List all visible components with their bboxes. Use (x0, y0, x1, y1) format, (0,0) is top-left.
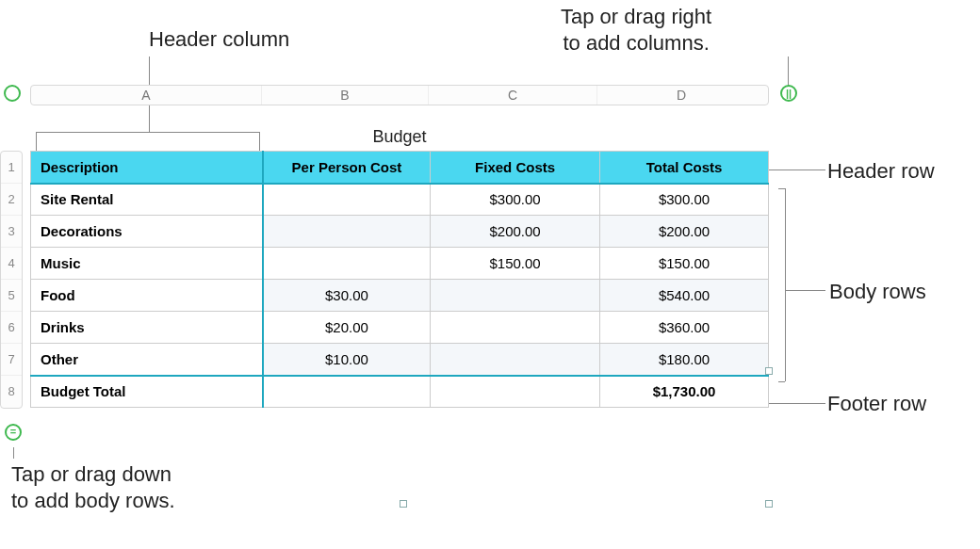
table-footer-row[interactable]: Budget Total $1,730.00 (31, 376, 769, 408)
table-row[interactable]: Drinks $20.00 $360.00 (31, 312, 769, 344)
callout-line (769, 403, 825, 404)
row-header-6[interactable]: 6 (1, 312, 22, 344)
row-header-7[interactable]: 7 (1, 344, 22, 376)
footer-cell-ppc[interactable] (263, 376, 431, 408)
callout-line (769, 170, 825, 170)
callout-line (785, 188, 786, 381)
row-header-3[interactable]: 3 (1, 216, 22, 248)
selection-handle-icon[interactable] (400, 500, 407, 508)
cell-ppc[interactable] (263, 184, 431, 216)
cell-ppc[interactable]: $20.00 (263, 312, 431, 344)
cell-ppc[interactable] (263, 216, 431, 248)
row-header-5[interactable]: 5 (1, 280, 22, 312)
cell-description[interactable]: Other (31, 344, 263, 376)
cell-total[interactable]: $360.00 (600, 312, 769, 344)
cell-fixed[interactable] (431, 312, 600, 344)
add-rows-handle[interactable]: = (5, 424, 22, 441)
row-header-1[interactable]: 1 (1, 152, 22, 184)
cell-total[interactable]: $180.00 (600, 344, 769, 376)
table-row[interactable]: Site Rental $300.00 $300.00 (31, 184, 769, 216)
add-columns-handle[interactable]: || (780, 85, 797, 102)
cell-fixed[interactable]: $300.00 (431, 184, 600, 216)
selection-handle-icon[interactable] (765, 367, 773, 375)
callout-line (786, 290, 825, 291)
table-body[interactable]: Site Rental $300.00 $300.00 Decorations … (31, 184, 769, 376)
callout-header-column: Header column (149, 26, 289, 53)
cell-ppc[interactable] (263, 248, 431, 280)
callout-line (778, 381, 785, 382)
row-header-4[interactable]: 4 (1, 248, 22, 280)
cell-total[interactable]: $150.00 (600, 248, 769, 280)
callout-add-columns: Tap or drag rightto add columns. (561, 4, 711, 56)
cell-description[interactable]: Site Rental (31, 184, 263, 216)
cell-description[interactable]: Drinks (31, 312, 263, 344)
column-header-bar[interactable]: A B C D (30, 85, 769, 105)
table-row[interactable]: Music $150.00 $150.00 (31, 248, 769, 280)
footer-cell-description[interactable]: Budget Total (31, 376, 263, 408)
row-header-bar[interactable]: 1 2 3 4 5 6 7 8 (0, 151, 23, 409)
table-select-handle-icon[interactable] (4, 85, 21, 102)
callout-body-rows: Body rows (829, 279, 926, 305)
callout-footer-row: Footer row (827, 391, 926, 417)
callout-line (778, 188, 785, 189)
column-header-D[interactable]: D (597, 86, 765, 105)
cell-fixed[interactable]: $150.00 (431, 248, 600, 280)
table-title[interactable]: Budget (30, 127, 769, 147)
cell-total[interactable]: $540.00 (600, 280, 769, 312)
table-row[interactable]: Decorations $200.00 $200.00 (31, 216, 769, 248)
callout-header-row: Header row (827, 158, 935, 185)
header-cell-description[interactable]: Description (31, 152, 263, 184)
cell-description[interactable]: Music (31, 248, 263, 280)
cell-description[interactable]: Food (31, 280, 263, 312)
cell-fixed[interactable] (431, 280, 600, 312)
footer-cell-total[interactable]: $1,730.00 (600, 376, 769, 408)
header-cell-total-costs[interactable]: Total Costs (600, 152, 769, 184)
table-row[interactable]: Food $30.00 $540.00 (31, 280, 769, 312)
cell-total[interactable]: $300.00 (600, 184, 769, 216)
footer-cell-fixed[interactable] (431, 376, 600, 408)
cell-total[interactable]: $200.00 (600, 216, 769, 248)
cell-ppc[interactable]: $30.00 (263, 280, 431, 312)
cell-fixed[interactable] (431, 344, 600, 376)
header-cell-fixed-costs[interactable]: Fixed Costs (431, 152, 600, 184)
cell-ppc[interactable]: $10.00 (263, 344, 431, 376)
row-header-8[interactable]: 8 (1, 376, 22, 408)
column-header-C[interactable]: C (429, 86, 597, 105)
cell-fixed[interactable]: $200.00 (431, 216, 600, 248)
callout-line (13, 447, 14, 459)
header-cell-per-person[interactable]: Per Person Cost (263, 152, 431, 184)
row-header-2[interactable]: 2 (1, 184, 22, 216)
column-header-A[interactable]: A (31, 86, 262, 105)
column-header-B[interactable]: B (262, 86, 429, 105)
callout-line (788, 57, 789, 88)
selection-handle-icon[interactable] (765, 500, 773, 508)
table-row[interactable]: Other $10.00 $180.00 (31, 344, 769, 376)
callout-add-rows: Tap or drag downto add body rows. (11, 461, 175, 513)
cell-description[interactable]: Decorations (31, 216, 263, 248)
table-header-row[interactable]: Description Per Person Cost Fixed Costs … (31, 152, 769, 184)
budget-table[interactable]: Description Per Person Cost Fixed Costs … (30, 151, 769, 408)
